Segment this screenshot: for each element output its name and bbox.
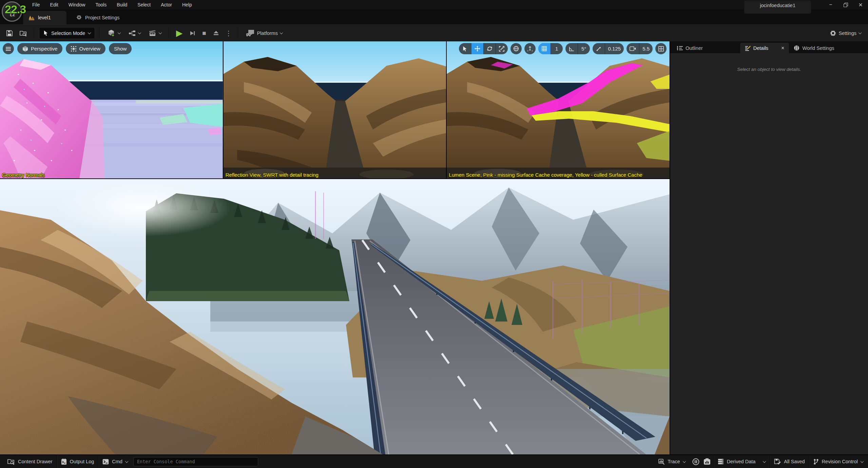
select-tool-button[interactable] [459, 43, 471, 54]
viewport-layout-button[interactable] [655, 43, 667, 54]
add-actor-cube-icon [108, 29, 116, 37]
show-dropdown[interactable]: Show [109, 43, 132, 54]
level-viewport[interactable]: Geometry Normals [0, 41, 670, 454]
output-log-label: Output Log [70, 459, 94, 464]
snapping-options-button[interactable] [524, 43, 536, 54]
eject-button[interactable] [211, 27, 221, 39]
chevron-down-icon [125, 460, 128, 463]
menu-tools[interactable]: Tools [90, 1, 112, 9]
revision-control-branch-icon [813, 459, 819, 465]
project-settings-button[interactable]: Project Settings [71, 11, 125, 24]
camera-icon [630, 46, 636, 51]
grid-snap-value[interactable]: 1 [551, 43, 563, 54]
all-saved-button[interactable]: All Saved [770, 455, 809, 468]
perspective-dropdown[interactable]: Perspective [17, 43, 62, 54]
details-tab-label: Details [753, 45, 768, 51]
details-empty-message: Select an object to view details. [670, 67, 868, 72]
selection-mode-dropdown[interactable]: Selection Mode [39, 27, 95, 39]
select-arrow-icon [463, 46, 467, 52]
profiler-snapshot-icon[interactable] [703, 458, 711, 465]
cursor-icon [43, 30, 48, 36]
transform-space-toggle-button[interactable] [510, 43, 522, 54]
grid-snap-toggle-button[interactable] [538, 43, 551, 54]
console-command-input[interactable] [133, 457, 258, 466]
play-options-kebab-button[interactable]: ⋮ [224, 29, 233, 37]
details-pencil-icon [745, 45, 751, 51]
angle-icon [569, 46, 574, 51]
revision-control-dropdown[interactable]: Revision Control [809, 455, 865, 468]
blueprints-dropdown[interactable] [126, 27, 143, 39]
scale-tool-button[interactable] [496, 43, 508, 54]
overview-grid-icon [71, 46, 76, 52]
titlebar: File Edit Window Tools Build Select Acto… [0, 0, 868, 9]
insights-session-icon[interactable] [692, 458, 699, 465]
restore-button[interactable] [838, 0, 853, 9]
selection-mode-label: Selection Mode [51, 31, 85, 36]
scale-snap-toggle-button[interactable] [593, 43, 605, 54]
output-log-button[interactable]: Output Log [57, 455, 98, 468]
view-lumen-scene[interactable]: Lumen Scene, Pink - missing Surface Cach… [447, 41, 670, 178]
camera-speed-value[interactable]: 5.5 [639, 43, 653, 54]
restore-icon [844, 3, 848, 7]
skip-forward-icon [189, 30, 195, 36]
viewport-toolbar-left: Perspective Overview Show [3, 43, 132, 54]
tab-outliner[interactable]: Outliner [672, 43, 708, 53]
save-button[interactable] [4, 27, 15, 39]
menu-bar: File Edit Window Tools Build Select Acto… [27, 1, 197, 9]
close-button[interactable]: × [853, 0, 868, 9]
quick-add-dropdown[interactable] [105, 27, 123, 39]
view-geometry-normals[interactable]: Geometry Normals [0, 41, 223, 178]
output-log-icon [61, 459, 67, 465]
view-main-lit[interactable]: Z X Y [0, 179, 670, 454]
blueprint-graph-icon [129, 30, 136, 37]
rotation-snap-value[interactable]: 5° [578, 43, 590, 54]
trace-label: Trace [668, 459, 680, 464]
right-panel-tabs: Outliner Details × World Settings [670, 41, 868, 53]
cmd-dropdown[interactable]: Cmd [98, 455, 132, 468]
unreal-editor-window: File Edit Window Tools Build Select Acto… [0, 0, 868, 468]
camera-speed-button[interactable] [626, 43, 639, 54]
chevron-down-icon [861, 460, 864, 463]
play-button[interactable]: ▶ [174, 27, 185, 39]
viewport-options-menu-button[interactable] [3, 43, 14, 54]
menu-actor[interactable]: Actor [156, 1, 177, 9]
project-settings-label: Project Settings [85, 15, 120, 20]
close-details-tab-button[interactable]: × [780, 45, 786, 51]
scale-snap-value[interactable]: 0.125 [605, 43, 624, 54]
stop-icon: ■ [202, 30, 206, 36]
rotation-snap-control: 5° [565, 43, 590, 54]
content-browser-button[interactable] [18, 27, 29, 39]
stop-button[interactable]: ■ [200, 27, 208, 39]
platforms-dropdown[interactable]: Platforms [243, 27, 285, 39]
view-label-geometry-normals: Geometry Normals [2, 172, 45, 178]
tab-level1[interactable]: level1 [23, 11, 66, 24]
rotate-tool-button[interactable] [483, 43, 496, 54]
view-reflection[interactable]: Reflection View, SWRT with detail tracin… [224, 41, 446, 178]
tab-world-settings[interactable]: World Settings [789, 43, 839, 53]
menu-help[interactable]: Help [177, 1, 197, 9]
menu-window[interactable]: Window [63, 1, 91, 9]
chevron-down-icon [138, 31, 141, 34]
cinematics-dropdown[interactable] [146, 27, 164, 39]
workspace: Geometry Normals [0, 41, 868, 454]
frame-skip-button[interactable] [187, 27, 197, 39]
derived-data-dropdown[interactable]: Derived Data [714, 455, 770, 468]
platforms-label: Platforms [257, 31, 278, 36]
hamburger-menu-icon [6, 47, 11, 51]
settings-dropdown[interactable]: Settings [827, 27, 864, 39]
outliner-tab-label: Outliner [686, 45, 703, 51]
trace-chart-icon [658, 459, 664, 465]
menu-select[interactable]: Select [132, 1, 156, 9]
menu-edit[interactable]: Edit [45, 1, 63, 9]
trace-dropdown[interactable]: Trace [654, 455, 690, 468]
minimize-button[interactable]: − [823, 0, 838, 9]
menu-file[interactable]: File [27, 1, 45, 9]
view-mode-dropdown[interactable]: Overview [66, 43, 105, 54]
toolbar-separator [34, 27, 34, 39]
rotation-snap-toggle-button[interactable] [565, 43, 578, 54]
content-drawer-button[interactable]: Content Drawer [3, 455, 57, 468]
menu-build[interactable]: Build [112, 1, 132, 9]
status-bar: Content Drawer Output Log Cmd Trace [0, 454, 868, 468]
move-tool-button[interactable] [471, 43, 483, 54]
tab-details[interactable]: Details × [740, 43, 789, 53]
